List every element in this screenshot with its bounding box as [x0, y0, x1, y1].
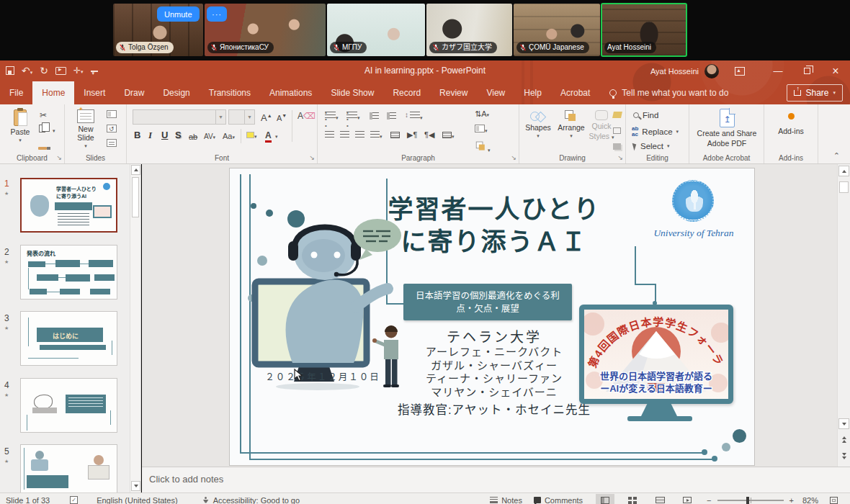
align-right-button[interactable] [355, 130, 364, 140]
font-dialog-launcher-icon[interactable]: ↘ [309, 155, 315, 161]
slide-thumbnail-2[interactable]: 発表の流れ [20, 245, 117, 300]
bold-button[interactable]: B [134, 130, 140, 140]
subtitle-box[interactable]: 日本語学習の個別最適化をめぐる利 点・欠点・展望 [403, 284, 572, 320]
tab-view[interactable]: View [477, 81, 514, 104]
collapse-ribbon-icon[interactable]: ⌃ [833, 151, 840, 161]
tab-slide-show[interactable]: Slide Show [321, 81, 383, 104]
thumb-scroll-up-button[interactable] [131, 165, 140, 175]
scroll-down-button[interactable] [838, 418, 849, 429]
slide-indicator[interactable]: Slide 1 of 33 [6, 496, 50, 504]
comments-toggle[interactable]: Comments [534, 496, 583, 504]
reset-slide-button[interactable] [107, 125, 117, 135]
zoom-slider-thumb[interactable] [746, 497, 749, 504]
underline-button[interactable]: U [161, 130, 168, 140]
minimize-button[interactable]: — [764, 60, 792, 81]
tab-record[interactable]: Record [383, 81, 430, 104]
notes-placeholder[interactable]: Click to add notes [149, 474, 223, 485]
video-tile[interactable]: ÇOMÜ Japanese [514, 4, 600, 56]
next-slide-button[interactable] [838, 451, 849, 462]
clipboard-dialog-launcher-icon[interactable]: ↘ [56, 155, 62, 161]
create-share-pdf-button[interactable]: Create and Share Adobe PDF [694, 109, 760, 148]
language-indicator[interactable]: English (United States) [97, 496, 178, 504]
strikethrough-button[interactable]: ab [189, 132, 197, 142]
font-name-combobox[interactable]: ▼ [133, 109, 226, 125]
align-text-button[interactable]: ▾ [475, 125, 488, 136]
slide-thumbnail-5[interactable] [20, 444, 117, 492]
new-slide-button[interactable]: New Slide ▾ [69, 109, 102, 149]
slideshow-view-button[interactable] [678, 494, 697, 504]
shape-effects-button[interactable] [613, 142, 621, 152]
section-button[interactable] [107, 139, 117, 149]
columns-button[interactable]: ▾ [442, 130, 455, 142]
tab-file[interactable]: File [0, 81, 32, 104]
accessibility-checker[interactable]: Accessibility: Good to go [202, 496, 300, 504]
close-button[interactable]: × [821, 60, 850, 81]
character-spacing-button[interactable]: AV▾ [204, 132, 215, 143]
align-left-button[interactable] [325, 130, 334, 140]
copy-button[interactable] [39, 125, 45, 135]
rtl-direction-button[interactable]: ¶◀ [424, 130, 434, 140]
reading-view-button[interactable] [650, 494, 669, 504]
paste-button[interactable]: Paste ▾ [6, 109, 35, 143]
decrease-indent-button[interactable] [370, 112, 379, 122]
slide-title[interactable]: 学習者一人ひとり に寄り添うＡＩ [372, 193, 617, 258]
paragraph-dialog-launcher-icon[interactable]: ↘ [511, 155, 516, 161]
thumbnail-scrollbar[interactable] [130, 164, 140, 492]
grow-font-button[interactable]: A▲ [261, 111, 272, 123]
tab-design[interactable]: Design [153, 81, 199, 104]
ribbon-display-options-icon[interactable] [735, 67, 745, 76]
tab-insert[interactable]: Insert [74, 81, 115, 104]
notes-toggle[interactable]: Notes [490, 496, 522, 504]
change-case-button[interactable]: Aa▾ [223, 131, 235, 143]
zoom-in-button[interactable]: + [789, 496, 794, 504]
cut-button[interactable]: ✂ [40, 110, 47, 120]
video-tile[interactable]: МГПУ [327, 4, 425, 56]
tab-acrobat[interactable]: Acrobat [551, 81, 599, 104]
fit-to-window-button[interactable] [824, 494, 843, 504]
notes-pane[interactable]: Click to add notes [142, 467, 850, 492]
numbering-button[interactable]: ▾ [346, 112, 360, 123]
bullets-button[interactable]: ▾ [325, 112, 339, 123]
thumb-scroll-down-button[interactable] [131, 481, 140, 491]
shrink-font-button[interactable]: A▼ [277, 111, 287, 123]
quick-styles-button[interactable]: Quick Styles ▾ [589, 110, 614, 140]
thumb-scroll-thumb[interactable] [132, 177, 139, 217]
increase-indent-button[interactable] [387, 112, 396, 122]
tab-draw[interactable]: Draw [115, 81, 153, 104]
convert-to-smartart-button[interactable]: ▾ [475, 140, 491, 156]
chevron-down-icon[interactable]: ▾ [53, 128, 55, 134]
text-shadow-button[interactable]: S [175, 130, 182, 140]
line-spacing-button[interactable]: ▾ [405, 112, 423, 123]
scroll-up-button[interactable] [838, 166, 849, 176]
slide-thumbnail-3[interactable]: はじめに [20, 311, 117, 366]
tab-home[interactable]: Home [32, 81, 74, 104]
slide-layout-button[interactable] [107, 110, 117, 120]
slide-scrollbar[interactable] [837, 164, 850, 492]
slide-thumbnail-4[interactable] [20, 378, 117, 433]
zoom-level[interactable]: 82% [802, 496, 818, 504]
tab-review[interactable]: Review [430, 81, 477, 104]
drawing-dialog-launcher-icon[interactable]: ↘ [617, 155, 623, 161]
format-painter-button[interactable] [38, 142, 47, 152]
font-size-combobox[interactable]: ▼ [228, 109, 255, 125]
scroll-thumb[interactable] [839, 181, 849, 193]
text-direction-button[interactable]: ⇅A▾ [475, 109, 489, 120]
select-button[interactable]: Select ▾ [633, 142, 669, 150]
shape-fill-button[interactable] [613, 110, 622, 120]
slide-thumbnail-1[interactable]: 学習者一人ひとりに寄り添うAI [20, 178, 117, 233]
shape-outline-button[interactable] [613, 126, 621, 136]
chevron-down-icon[interactable]: ▾ [275, 134, 278, 140]
video-tile-active-speaker[interactable]: Ayat Hosseini [601, 4, 686, 56]
addins-button[interactable]: Add-ins [774, 113, 808, 135]
zoom-slider[interactable] [717, 500, 784, 501]
unmute-button[interactable]: Unmute [157, 6, 200, 22]
italic-button[interactable]: I [148, 130, 152, 140]
arrange-button[interactable]: Arrange ▾ [554, 110, 589, 139]
tab-transitions[interactable]: Transitions [200, 81, 260, 104]
add-table-button[interactable] [390, 130, 400, 140]
slide-sorter-view-button[interactable] [623, 494, 642, 504]
zoom-out-button[interactable]: − [707, 496, 711, 504]
justify-button[interactable]: ▾ [370, 130, 382, 142]
align-center-button[interactable] [340, 130, 349, 140]
shapes-button[interactable]: Shapes ▾ [522, 110, 554, 139]
